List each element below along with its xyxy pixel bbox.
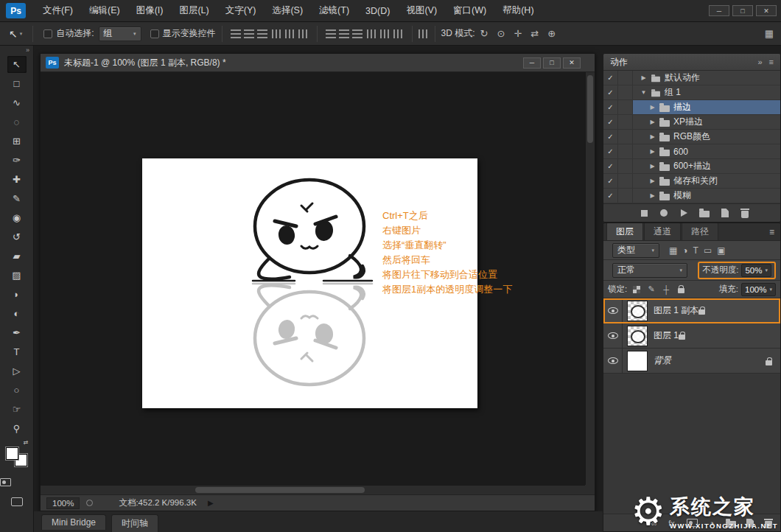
foreground-color-swatch[interactable] — [6, 447, 18, 460]
layer-row[interactable]: 背景 — [603, 349, 780, 374]
delete-action-icon[interactable] — [740, 208, 749, 218]
tab-channels[interactable]: 通道 — [644, 223, 681, 240]
action-dialog-toggle[interactable] — [618, 85, 633, 99]
pen-tool[interactable]: ✒ — [7, 324, 27, 341]
lasso-tool[interactable]: ∿ — [7, 94, 27, 111]
tab-mini-bridge[interactable]: Mini Bridge — [41, 514, 106, 530]
3d-roll-icon[interactable]: ⊙ — [497, 28, 505, 39]
align-right-edges-icon[interactable] — [298, 29, 309, 38]
filter-type-layers-icon[interactable]: T — [693, 245, 698, 256]
action-toggle-check[interactable]: ✓ — [603, 189, 618, 203]
menu-select[interactable]: 选择(S) — [264, 0, 311, 21]
distribute-left-edges-icon[interactable] — [367, 29, 377, 38]
lock-transparency-icon[interactable] — [632, 286, 641, 293]
show-transform-checkbox[interactable] — [150, 29, 159, 38]
lock-pixels-icon[interactable]: ✎ — [647, 284, 656, 294]
layer-name[interactable]: 图层 1 副本 — [654, 304, 698, 317]
blend-mode-combo[interactable]: 正常▾ — [612, 263, 687, 278]
action-toggle-check[interactable]: ✓ — [603, 115, 618, 129]
dodge-tool[interactable]: ◐ — [7, 305, 27, 322]
menu-edit[interactable]: 编辑(E) — [81, 0, 128, 21]
tab-timeline[interactable]: 时间轴 — [111, 514, 158, 532]
horizontal-scrollbar[interactable] — [41, 485, 585, 494]
action-row[interactable]: ✓ ▶ 描边 — [603, 100, 780, 115]
canvas-area[interactable]: Ctrl+T之后右键图片选择“垂直翻转”然后将回车将图片往下移动到合适位置将图层… — [41, 72, 595, 494]
color-swatches[interactable]: ⇄ — [6, 444, 28, 466]
scrollbar-thumb[interactable] — [195, 487, 365, 493]
eraser-tool[interactable]: ▰ — [7, 248, 27, 265]
new-set-icon[interactable] — [699, 209, 710, 217]
ellipse-tool[interactable]: ○ — [7, 382, 27, 399]
opacity-control[interactable]: 不透明度: 50%▾ — [698, 262, 776, 279]
doc-close-button[interactable]: ✕ — [563, 57, 581, 69]
expand-arrow-icon[interactable]: ▶ — [649, 133, 656, 140]
crop-tool[interactable]: ⊞ — [7, 133, 27, 150]
close-button[interactable]: ✕ — [756, 5, 777, 16]
doc-minimize-button[interactable]: ─ — [523, 57, 541, 69]
expand-arrow-icon[interactable]: ▶ — [649, 148, 656, 155]
action-row[interactable]: ✓ ▼ 组 1 — [603, 85, 780, 100]
eyedropper-tool[interactable]: ✑ — [7, 152, 27, 169]
layer-row[interactable]: 图层 1 副本 — [603, 298, 780, 323]
status-menu-arrow-icon[interactable]: ▶ — [208, 499, 214, 507]
auto-select-target-combo[interactable]: 组▾ — [99, 27, 141, 41]
action-row[interactable]: ✓ ▶ 600+描边 — [603, 159, 780, 174]
action-row[interactable]: ✓ ▶ RGB颜色 — [603, 130, 780, 144]
maximize-button[interactable]: □ — [732, 5, 753, 16]
expand-arrow-icon[interactable]: ▼ — [640, 89, 647, 96]
action-dialog-toggle[interactable] — [618, 115, 633, 129]
expand-arrow-icon[interactable]: ▶ — [649, 192, 656, 199]
new-action-icon[interactable] — [721, 209, 729, 217]
tab-layers[interactable]: 图层 — [606, 223, 643, 240]
doc-maximize-button[interactable]: □ — [543, 57, 561, 69]
visibility-toggle[interactable] — [603, 349, 623, 373]
panel-collapse-icon[interactable]: » — [757, 57, 762, 66]
menu-help[interactable]: 帮助(H) — [494, 0, 542, 21]
align-top-edges-icon[interactable] — [231, 29, 241, 38]
swap-colors-icon[interactable]: ⇄ — [24, 439, 29, 446]
toolbar-collapse-icon[interactable]: » — [0, 46, 33, 56]
layer-name[interactable]: 图层 1 — [654, 329, 679, 342]
filter-shape-layers-icon[interactable]: ▭ — [704, 245, 712, 256]
action-dialog-toggle[interactable] — [618, 174, 633, 188]
action-row[interactable]: ✓ ▶ XP描边 — [603, 115, 780, 130]
menu-file[interactable]: 文件(F) — [35, 0, 81, 21]
minimize-button[interactable]: ─ — [709, 5, 729, 16]
filter-pixel-layers-icon[interactable]: ▦ — [669, 245, 677, 256]
layer-thumbnail[interactable] — [627, 326, 648, 346]
filter-smart-objects-icon[interactable]: ▣ — [717, 245, 725, 256]
action-toggle-check[interactable]: ✓ — [603, 85, 618, 99]
3d-drag-icon[interactable]: ✛ — [514, 28, 522, 39]
3d-slide-icon[interactable]: ⇄ — [530, 28, 539, 39]
expand-arrow-icon[interactable]: ▶ — [649, 163, 656, 169]
action-toggle-check[interactable]: ✓ — [603, 144, 618, 158]
layers-panel-menu-icon[interactable]: ≡ — [769, 227, 774, 237]
action-row[interactable]: ✓ ▶ 600 — [603, 144, 780, 159]
align-left-edges-icon[interactable] — [272, 29, 282, 38]
rectangular-marquee-tool[interactable]: □ — [7, 75, 27, 92]
menu-image[interactable]: 图像(I) — [128, 0, 172, 21]
zoom-level[interactable]: 100% — [46, 497, 80, 509]
action-dialog-toggle[interactable] — [618, 144, 633, 158]
path-selection-tool[interactable]: ▷ — [7, 363, 27, 379]
begin-recording-icon[interactable] — [659, 209, 668, 217]
action-dialog-toggle[interactable] — [618, 71, 633, 85]
workspace-icon[interactable]: ▦ — [765, 28, 774, 39]
action-dialog-toggle[interactable] — [618, 189, 633, 203]
action-row[interactable]: ✓ ▶ 模糊 — [603, 189, 780, 203]
zoom-tool[interactable]: ⚲ — [7, 420, 27, 437]
align-bottom-edges-icon[interactable] — [257, 29, 267, 38]
expand-arrow-icon[interactable]: ▶ — [649, 178, 656, 184]
menu-layer[interactable]: 图层(L) — [171, 0, 217, 21]
blur-tool[interactable]: ◗ — [7, 286, 27, 303]
auto-select-checkbox[interactable] — [43, 29, 52, 38]
distribute-top-edges-icon[interactable] — [326, 29, 336, 38]
hand-tool[interactable]: ☞ — [7, 401, 27, 418]
filter-adjustment-layers-icon[interactable]: ◑ — [682, 245, 687, 256]
expand-arrow-icon[interactable]: ▶ — [649, 104, 656, 111]
menu-filter[interactable]: 滤镜(T) — [311, 0, 357, 21]
action-toggle-check[interactable]: ✓ — [603, 71, 618, 85]
type-tool[interactable]: T — [7, 343, 27, 360]
distribute-right-edges-icon[interactable] — [393, 29, 404, 38]
action-dialog-toggle[interactable] — [618, 159, 633, 173]
